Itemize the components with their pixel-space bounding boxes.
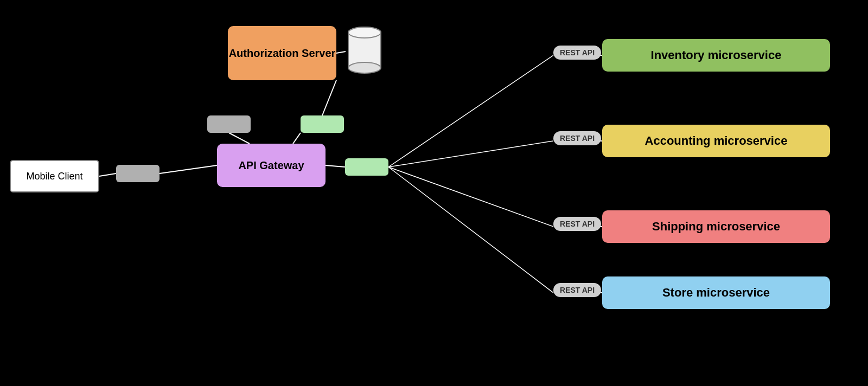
connector-green-1 bbox=[301, 115, 344, 133]
architecture-diagram: Mobile Client Authorization Server API G… bbox=[0, 0, 868, 386]
auth-server-node: Authorization Server bbox=[228, 26, 336, 80]
svg-point-20 bbox=[348, 27, 381, 38]
mobile-client-node: Mobile Client bbox=[10, 160, 99, 192]
svg-line-0 bbox=[99, 173, 116, 176]
accounting-microservice-node: Accounting microservice bbox=[602, 125, 830, 157]
svg-line-7 bbox=[388, 55, 553, 167]
svg-line-6 bbox=[326, 165, 345, 167]
connector-green-2 bbox=[345, 158, 388, 176]
rest-api-label-3: REST API bbox=[560, 220, 595, 228]
rest-api-badge-2: REST API bbox=[553, 131, 601, 145]
svg-line-1 bbox=[159, 165, 217, 173]
store-microservice-label: Store microservice bbox=[662, 286, 770, 300]
rest-api-label-4: REST API bbox=[560, 286, 595, 294]
auth-server-label: Authorization Server bbox=[229, 47, 336, 60]
connector-gray-1 bbox=[207, 115, 251, 133]
inventory-microservice-node: Inventory microservice bbox=[602, 39, 830, 72]
svg-line-5 bbox=[336, 52, 346, 53]
api-gateway-label: API Gateway bbox=[238, 159, 304, 172]
svg-line-4 bbox=[322, 80, 336, 115]
database-icon bbox=[346, 26, 384, 78]
rest-api-badge-3: REST API bbox=[553, 217, 601, 231]
accounting-microservice-label: Accounting microservice bbox=[645, 134, 788, 148]
shipping-microservice-node: Shipping microservice bbox=[602, 210, 830, 243]
rest-api-badge-4: REST API bbox=[553, 283, 601, 297]
inventory-microservice-label: Inventory microservice bbox=[651, 48, 782, 62]
svg-line-2 bbox=[229, 133, 250, 144]
rest-api-badge-1: REST API bbox=[553, 46, 601, 60]
rest-api-label-1: REST API bbox=[560, 48, 595, 57]
rest-api-label-2: REST API bbox=[560, 134, 595, 143]
mobile-client-label: Mobile Client bbox=[26, 171, 82, 182]
connector-gray-2 bbox=[116, 165, 159, 182]
svg-line-3 bbox=[293, 133, 301, 144]
svg-point-17 bbox=[348, 62, 381, 73]
api-gateway-node: API Gateway bbox=[217, 144, 326, 187]
svg-line-10 bbox=[388, 167, 553, 293]
shipping-microservice-label: Shipping microservice bbox=[652, 220, 780, 234]
store-microservice-node: Store microservice bbox=[602, 276, 830, 309]
svg-line-8 bbox=[388, 141, 553, 167]
svg-line-9 bbox=[388, 167, 553, 227]
